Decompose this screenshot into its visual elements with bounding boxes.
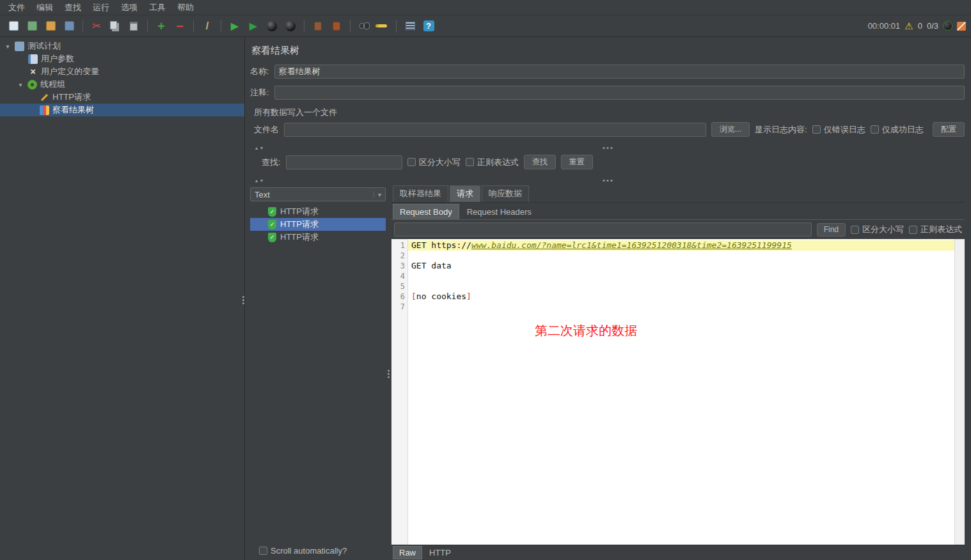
search-input[interactable]	[286, 155, 402, 169]
search-reset-button[interactable]	[374, 18, 391, 35]
success-only-checkbox[interactable]: 仅成功日志	[871, 124, 924, 136]
thread-group-gear-icon	[28, 80, 37, 89]
tab-response-data[interactable]: 响应数据	[482, 185, 529, 202]
search-button[interactable]	[356, 18, 372, 35]
stop-button[interactable]	[264, 18, 280, 35]
menu-file[interactable]: 文件	[3, 1, 31, 15]
splitter-grip-icon[interactable]	[388, 369, 390, 378]
clear-all-button[interactable]	[328, 18, 345, 35]
errors-only-label: 仅错误日志	[824, 124, 865, 136]
result-item-http-request[interactable]: ✓ HTTP请求	[250, 205, 386, 218]
view-mode-value: Text	[255, 190, 270, 199]
jmeter-window: 文件 编辑 查找 运行 选项 工具 帮助 ✂ + − / ▶ ▶ ?	[0, 0, 971, 560]
request-line	[408, 281, 954, 292]
tab-request-headers[interactable]: Request Headers	[461, 205, 538, 219]
splitter-collapse-down-icon[interactable]: ▾	[260, 145, 263, 151]
comment-input[interactable]	[274, 86, 965, 100]
start-no-pauses-button[interactable]: ▶	[245, 18, 262, 35]
save-button[interactable]	[61, 18, 77, 35]
collapse-all-button[interactable]: −	[171, 18, 188, 35]
result-item-http-request[interactable]: ✓ HTTP请求	[250, 231, 386, 244]
results-vertical-splitter[interactable]	[386, 187, 391, 560]
menu-search[interactable]: 查找	[59, 1, 87, 15]
templates-button[interactable]	[24, 18, 40, 35]
new-file-button[interactable]	[5, 18, 22, 35]
chevron-expanded-icon[interactable]: ▾	[4, 43, 12, 50]
request-body-editor[interactable]: 1 2 3 4 5 6 7 GET https://www.baidu.com/…	[391, 239, 965, 545]
tree-item-view-results-tree[interactable]: 察看结果树	[0, 104, 244, 116]
tab-request[interactable]: 请求	[450, 185, 480, 202]
menu-run[interactable]: 运行	[87, 1, 115, 15]
horizontal-splitter[interactable]: ▴ ▾	[250, 144, 965, 152]
open-button[interactable]	[42, 18, 59, 35]
detail-find-button[interactable]: Find	[817, 223, 846, 237]
chevron-expanded-icon[interactable]: ▾	[17, 81, 24, 88]
scroll-automatically-checkbox[interactable]: Scroll automatically?	[259, 546, 347, 556]
clear-button[interactable]	[310, 18, 326, 35]
splitter-collapse-down-icon[interactable]: ▾	[260, 178, 263, 183]
log-toggle-icon[interactable]	[957, 22, 966, 31]
result-item-label: HTTP请求	[280, 206, 319, 217]
regex-checkbox[interactable]: 正则表达式	[466, 157, 519, 168]
errors-only-checkbox[interactable]: 仅错误日志	[812, 124, 865, 136]
clear-all-icon	[333, 22, 340, 31]
cut-button[interactable]: ✂	[88, 18, 105, 35]
splitter-grip-icon[interactable]	[603, 180, 612, 182]
splitter-collapse-up-icon[interactable]: ▴	[255, 145, 258, 151]
view-mode-dropdown[interactable]: Text ▾	[250, 187, 386, 201]
toolbar-status-area: 00:00:01 ⚠ 0 0/3	[868, 20, 966, 32]
name-row: 名称:	[250, 65, 965, 79]
success-shield-icon: ✓	[268, 233, 276, 242]
tree-item-test-plan[interactable]: ▾ 测试计划	[0, 40, 244, 52]
detail-case-sensitive-checkbox[interactable]: 区分大小写	[851, 224, 904, 235]
tree-item-user-defined-variables[interactable]: × 用户定义的变量	[0, 65, 244, 78]
menu-help[interactable]: 帮助	[171, 1, 200, 15]
search-reset-button[interactable]: 重置	[561, 155, 593, 169]
case-sensitive-checkbox[interactable]: 区分大小写	[407, 157, 461, 168]
splitter-grip-icon[interactable]	[603, 147, 612, 149]
search-find-button[interactable]: 查找	[524, 155, 556, 169]
tree-item-label: 用户参数	[41, 53, 74, 65]
success-shield-icon: ✓	[268, 220, 276, 229]
tab-sampler-result[interactable]: 取样器结果	[393, 185, 448, 202]
request-line	[408, 302, 954, 312]
detail-regex-checkbox[interactable]: 正则表达式	[909, 224, 962, 235]
tree-item-http-request[interactable]: HTTP请求	[0, 91, 244, 104]
menu-options[interactable]: 选项	[115, 1, 143, 15]
binoculars-icon	[359, 23, 364, 29]
tab-http[interactable]: HTTP	[423, 547, 457, 559]
paste-button[interactable]	[125, 18, 142, 35]
tree-item-label: HTTP请求	[52, 91, 91, 103]
browse-button[interactable]: 浏览...	[711, 122, 750, 137]
toggle-button[interactable]: /	[199, 18, 216, 35]
menu-tools[interactable]: 工具	[143, 1, 171, 15]
name-input[interactable]	[274, 65, 965, 79]
tab-raw[interactable]: Raw	[393, 546, 422, 559]
editor-scrollbar[interactable]	[954, 239, 965, 545]
shutdown-button[interactable]	[282, 18, 299, 35]
checkbox-icon	[871, 125, 879, 134]
function-helper-button[interactable]	[402, 18, 418, 35]
tree-item-thread-group[interactable]: ▾ 线程组	[0, 78, 244, 91]
menu-edit[interactable]: 编辑	[31, 1, 59, 15]
warning-indicator-icon[interactable]: ⚠	[904, 20, 913, 32]
server-status-icon[interactable]	[943, 21, 952, 31]
splitter-collapse-up-icon[interactable]: ▴	[255, 178, 258, 183]
detail-search-input[interactable]	[394, 222, 812, 237]
tree-splitter-handle[interactable]	[242, 296, 244, 304]
tab-request-body[interactable]: Request Body	[393, 204, 459, 219]
request-url-link[interactable]: www.baidu.com/?name=lrc1&time1=163925120…	[471, 240, 792, 250]
tree-item-user-parameters[interactable]: 用户参数	[0, 52, 244, 65]
expand-all-button[interactable]: +	[153, 18, 170, 35]
filename-row: 文件名 浏览... 显示日志内容: 仅错误日志 仅成功日志 配置	[250, 122, 965, 137]
start-button[interactable]: ▶	[226, 18, 243, 35]
copy-button[interactable]	[107, 18, 123, 35]
horizontal-splitter[interactable]: ▴ ▾	[250, 176, 965, 185]
success-shield-icon: ✓	[268, 207, 276, 217]
elapsed-timer: 00:00:01	[868, 21, 901, 31]
filename-input[interactable]	[284, 123, 706, 137]
test-plan-icon	[15, 42, 24, 51]
result-item-http-request[interactable]: ✓ HTTP请求	[250, 218, 386, 231]
configure-button[interactable]: 配置	[933, 122, 965, 137]
help-button[interactable]: ?	[420, 18, 437, 35]
